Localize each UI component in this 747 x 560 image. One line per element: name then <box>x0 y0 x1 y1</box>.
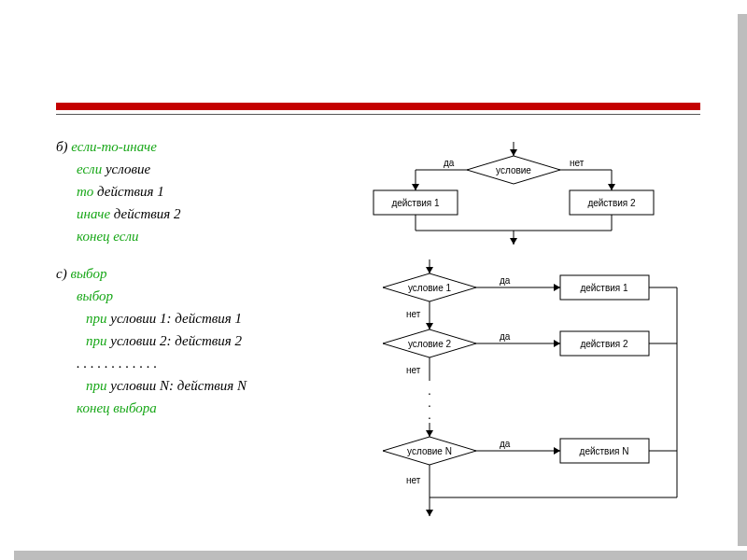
section-b-line4: конец если <box>77 225 247 247</box>
svg-marker-15 <box>510 238 517 245</box>
section-c-line2: при условии 1: действия 1 <box>86 307 247 329</box>
text: условии N: действия N <box>107 378 247 393</box>
keyword: выбор <box>77 288 113 303</box>
keyword: при <box>86 311 107 326</box>
section-c-line4: при условии N: действия N <box>86 374 247 397</box>
keyword: конец если <box>77 229 138 244</box>
svg-marker-39 <box>554 447 560 455</box>
svg-marker-5 <box>412 184 419 190</box>
divider-thick <box>56 103 700 110</box>
section-b-heading: б) если-то-иначе <box>56 135 247 158</box>
act2-label: действия 2 <box>580 339 628 349</box>
keyword: выбор <box>70 266 106 281</box>
label: с) <box>56 266 70 281</box>
noN-label: нет <box>406 475 421 485</box>
yesN-label: да <box>500 439 511 449</box>
cond1-label: условие 1 <box>408 283 452 293</box>
keyword: если <box>77 161 102 176</box>
svg-marker-20 <box>554 284 560 291</box>
no-label: нет <box>570 158 585 168</box>
yes1-label: да <box>500 275 511 286</box>
diagram-select: условие 1 да действия 1 нет условие 2 да… <box>350 259 696 516</box>
svg-marker-25 <box>426 323 433 329</box>
slide-shadow-right <box>738 14 747 546</box>
svg-marker-1 <box>510 149 517 156</box>
section-b-line3: иначе действия 2 <box>77 203 247 225</box>
no1-label: нет <box>406 309 421 319</box>
section-c-line5: конец выбора <box>77 397 247 419</box>
section-c-heading: с) выбор <box>56 262 247 285</box>
actN-label: действия N <box>580 446 629 456</box>
text: условии 1: действия 1 <box>107 311 242 326</box>
keyword: то <box>77 184 93 199</box>
svg-marker-8 <box>608 184 615 190</box>
text: действия 1 <box>93 184 163 199</box>
keyword: иначе <box>77 206 110 221</box>
no2-label: нет <box>406 365 421 375</box>
section-c-dots: . . . . . . . . . . . . <box>77 352 247 374</box>
keyword: при <box>86 378 107 393</box>
section-c-line3: при условии 2: действия 2 <box>86 329 247 352</box>
act1-label: действия 1 <box>580 283 628 293</box>
divider-thin <box>56 114 700 115</box>
keyword: при <box>86 333 107 348</box>
section-c-line1: выбор <box>77 285 247 307</box>
svg-marker-28 <box>554 340 560 347</box>
yes-label: да <box>444 158 455 168</box>
section-b-line2: то действия 1 <box>77 180 247 203</box>
text: условии 2: действия 2 <box>107 333 242 348</box>
condN-label: условие N <box>407 446 452 456</box>
text: действия 2 <box>110 206 180 221</box>
svg-marker-36 <box>426 430 433 437</box>
slide-shadow-bottom <box>14 551 747 560</box>
diagram-if-else: условие да нет действия 1 действия 2 <box>350 142 686 245</box>
svg-text:.: . <box>428 407 431 422</box>
cond2-label: условие 2 <box>408 339 452 349</box>
keyword: если-то-иначе <box>71 139 157 154</box>
svg-marker-45 <box>426 510 433 516</box>
text: условие <box>102 161 150 176</box>
cond-label: условие <box>496 165 531 175</box>
text-content: б) если-то-иначе если условие то действи… <box>56 135 247 419</box>
svg-marker-17 <box>426 267 433 273</box>
keyword: конец выбора <box>77 400 157 415</box>
section-b-line1: если условие <box>77 158 247 180</box>
act1-label: действия 1 <box>391 198 440 208</box>
act2-label: действия 2 <box>587 198 636 208</box>
yes2-label: да <box>500 331 511 342</box>
label: б) <box>56 139 71 154</box>
